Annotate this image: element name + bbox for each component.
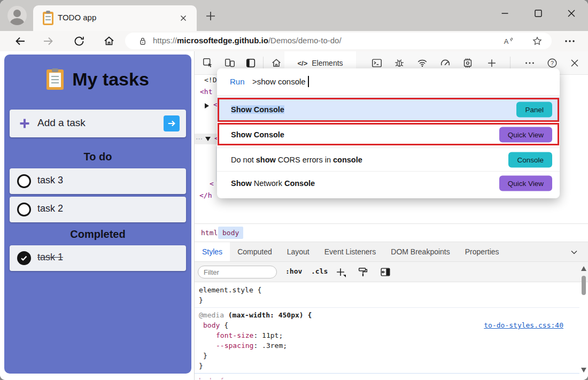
css-media-query[interactable]: @media (max-width: 450px) { xyxy=(195,310,579,320)
todo-app-panel: My tasks Add a task To do task 3 task 2 … xyxy=(4,55,191,374)
scroll-up-arrow-icon[interactable] xyxy=(581,266,586,271)
text-caret xyxy=(308,76,309,87)
refresh-button[interactable] xyxy=(73,35,86,48)
expand-arrow-icon[interactable] xyxy=(205,103,209,108)
css-property-spacing[interactable]: --spacing: .3rem; xyxy=(195,340,579,351)
tree-node-html-open: <ht xyxy=(200,88,212,96)
task-checkbox-checked[interactable] xyxy=(17,251,31,265)
network-wifi-icon[interactable] xyxy=(416,57,428,69)
tab-dom-breakpoints[interactable]: DOM Breakpoints xyxy=(383,242,457,261)
run-label: Run xyxy=(230,77,245,86)
tab-favicon-clipboard-icon xyxy=(43,11,53,25)
media-at-keyword: @media xyxy=(199,311,224,319)
quick-view-badge: Quick View xyxy=(499,175,552,191)
command-option-cors-errors[interactable]: Do not show CORS errors in console Conso… xyxy=(217,148,560,171)
node-menu-dots-icon[interactable]: ⋯ xyxy=(196,135,203,143)
url-text: https://microsoftedge.github.io/Demos/de… xyxy=(153,36,342,45)
command-input-row[interactable]: Run >show console xyxy=(217,68,560,96)
completed-section-heading: Completed xyxy=(4,228,191,241)
favorites-star-icon[interactable] xyxy=(531,35,543,47)
minimize-button[interactable] xyxy=(496,4,514,22)
svg-text:A: A xyxy=(504,37,509,45)
css-rule-close: } xyxy=(195,295,579,305)
paint-roller-icon[interactable] xyxy=(357,266,369,278)
elements-tab-label: Elements xyxy=(312,59,343,67)
performance-gauge-icon[interactable] xyxy=(439,57,451,69)
tab-properties[interactable]: Properties xyxy=(458,242,507,261)
browser-window: TODO app https://microsoftedge.github.io… xyxy=(0,0,588,380)
navigation-toolbar: https://microsoftedge.github.io/Demos/de… xyxy=(0,31,588,51)
toolbar-divider xyxy=(510,57,510,69)
task-checkbox-unchecked[interactable] xyxy=(17,203,31,216)
css-rule-element-style[interactable]: element.style { xyxy=(195,285,579,295)
task-item-completed[interactable]: task 1 xyxy=(10,245,186,271)
command-query-text: >show console xyxy=(252,77,306,86)
code-brackets-icon: </> xyxy=(297,59,307,67)
profile-avatar[interactable] xyxy=(7,6,27,25)
command-option-show-console-panel[interactable]: Show Console Panel xyxy=(217,97,560,122)
command-option-show-console-quickview[interactable]: Show Console Quick View xyxy=(217,123,560,146)
task-item[interactable]: task 3 xyxy=(10,168,186,194)
toggle-hover-state[interactable]: :hov xyxy=(285,267,302,275)
inspect-element-icon[interactable] xyxy=(202,57,214,69)
new-style-rule-icon[interactable] xyxy=(335,266,346,278)
sidebar-panel-icon[interactable] xyxy=(380,266,391,278)
url-domain: microsoftedge.github.io xyxy=(177,36,268,45)
memory-chip-icon[interactable] xyxy=(462,57,474,69)
tree-node-doctype: <!D xyxy=(204,76,216,84)
todo-section-heading: To do xyxy=(4,151,191,163)
welcome-home-icon[interactable] xyxy=(270,57,282,69)
property-value: : 11pt; xyxy=(253,331,283,339)
address-bar[interactable]: https://microsoftedge.github.io/Demos/de… xyxy=(125,33,552,49)
more-tabs-plus-icon[interactable] xyxy=(486,57,498,69)
chevron-down-icon[interactable] xyxy=(569,247,579,258)
task-item[interactable]: task 2 xyxy=(10,197,186,222)
panel-badge: Panel xyxy=(516,102,552,118)
stylesheet-link[interactable]: to-do-styles.css:40 xyxy=(484,320,563,330)
back-button[interactable] xyxy=(14,35,27,48)
toggle-element-classes[interactable]: .cls xyxy=(311,267,328,275)
avatar-head-icon xyxy=(13,10,21,17)
lock-icon[interactable] xyxy=(137,35,149,47)
tab-layout[interactable]: Layout xyxy=(280,242,317,261)
task-checkbox-unchecked[interactable] xyxy=(17,174,31,188)
avatar-torso-icon xyxy=(10,18,24,25)
window-close-button[interactable] xyxy=(562,4,581,22)
app-title: My tasks xyxy=(72,69,149,90)
dropdown-caret-icon xyxy=(343,275,346,277)
devtools-more-icon[interactable] xyxy=(524,57,536,69)
sidebar-tabs: Styles Computed Layout Event Listeners D… xyxy=(195,242,588,262)
tab-close-icon[interactable] xyxy=(179,13,188,23)
css-inner-close: } xyxy=(195,351,579,361)
property-name: --spacing xyxy=(216,342,253,350)
plus-icon xyxy=(18,117,31,130)
css-body-selector-row[interactable]: body {to-do-styles.css:40 xyxy=(195,320,579,330)
browser-menu-icon[interactable] xyxy=(563,35,576,48)
styles-scrollbar[interactable] xyxy=(579,262,588,380)
activity-bar-icon[interactable] xyxy=(245,57,257,69)
tab-event-listeners[interactable]: Event Listeners xyxy=(317,242,384,261)
tab-computed[interactable]: Computed xyxy=(230,242,280,261)
css-property-font-size[interactable]: font-size: 11pt; xyxy=(195,330,579,340)
styles-filter-input[interactable] xyxy=(198,266,277,278)
help-icon[interactable]: ? xyxy=(546,57,558,69)
home-button[interactable] xyxy=(103,35,115,48)
scrollbar-thumb[interactable] xyxy=(582,276,586,295)
device-emulation-icon[interactable] xyxy=(224,57,236,69)
forward-button[interactable] xyxy=(42,35,55,48)
browser-tab[interactable]: TODO app xyxy=(33,5,197,31)
submit-task-button[interactable] xyxy=(164,115,180,131)
devtools-close-icon[interactable] xyxy=(569,57,581,69)
collapse-arrow-icon[interactable] xyxy=(205,137,211,141)
add-task-field[interactable]: Add a task xyxy=(10,110,186,137)
styles-pane[interactable]: element.style { } @media (max-width: 450… xyxy=(195,282,579,380)
console-panel-icon[interactable] xyxy=(371,57,383,69)
debugger-bug-icon[interactable] xyxy=(393,57,405,69)
command-option-network-console[interactable]: Show Network Console Quick View xyxy=(217,171,560,195)
read-aloud-icon[interactable]: A xyxy=(502,35,514,47)
breadcrumb-body[interactable]: body xyxy=(218,227,243,239)
tab-styles[interactable]: Styles xyxy=(195,242,230,261)
new-tab-button[interactable] xyxy=(204,10,217,22)
maximize-button[interactable] xyxy=(529,4,547,22)
scroll-down-arrow-icon[interactable] xyxy=(581,368,586,373)
